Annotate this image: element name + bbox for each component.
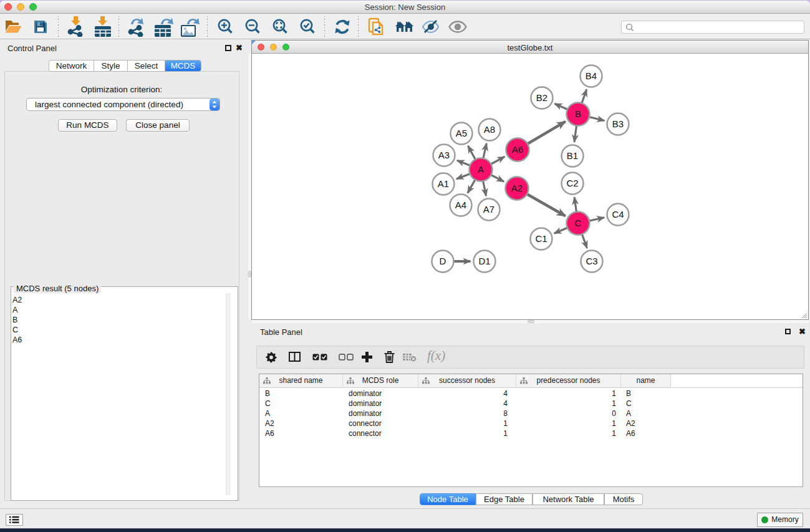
- svg-text:B1: B1: [567, 150, 578, 161]
- svg-text:C: C: [575, 218, 582, 228]
- svg-text:B2: B2: [536, 92, 547, 103]
- svg-text:B4: B4: [586, 70, 597, 81]
- svg-text:C1: C1: [535, 233, 547, 244]
- svg-text:A3: A3: [438, 150, 450, 160]
- svg-text:D1: D1: [478, 256, 490, 266]
- svg-text:A1: A1: [438, 178, 449, 189]
- svg-text:B3: B3: [612, 118, 624, 129]
- svg-text:A: A: [478, 164, 484, 175]
- svg-text:D: D: [440, 256, 446, 266]
- svg-text:C2: C2: [566, 178, 578, 188]
- svg-text:A2: A2: [511, 183, 523, 193]
- svg-text:A4: A4: [455, 200, 466, 210]
- svg-text:C3: C3: [586, 256, 597, 266]
- svg-text:C4: C4: [612, 209, 624, 220]
- svg-text:A7: A7: [483, 204, 494, 215]
- svg-text:A5: A5: [456, 128, 467, 138]
- svg-text:A6: A6: [512, 144, 523, 155]
- svg-text:A8: A8: [484, 124, 495, 135]
- svg-text:B: B: [575, 109, 581, 119]
